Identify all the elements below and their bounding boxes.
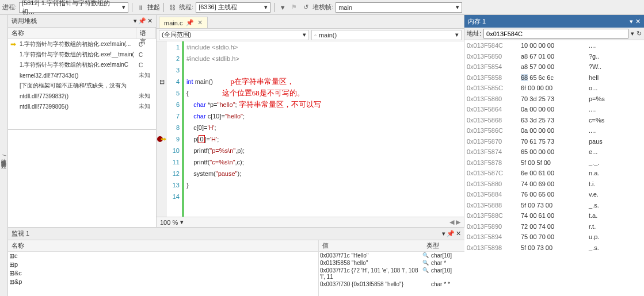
- col-lang[interactable]: 语言: [136, 28, 156, 39]
- watch-value-row[interactable]: 0x0037f71c {72 'H', 101 'e', 108 'l', 10…: [319, 267, 464, 280]
- gutter-mark[interactable]: [157, 156, 167, 168]
- memory-row[interactable]: 0x013F589072 00 74 00r.t.: [464, 221, 644, 232]
- code-line[interactable]: p[0]='H';: [186, 133, 464, 145]
- gutter-mark[interactable]: [157, 87, 167, 99]
- code-line[interactable]: printf("p=%s\n",p);: [186, 145, 464, 156]
- col-name[interactable]: 名称: [8, 28, 136, 39]
- gutter-mark[interactable]: [157, 145, 167, 156]
- watch-row[interactable]: ⊞c: [8, 252, 318, 260]
- suspend-label: 挂起: [147, 3, 160, 11]
- col-name[interactable]: 名称: [12, 241, 24, 250]
- dropdown-icon[interactable]: ▾: [134, 17, 137, 25]
- gutter-mark[interactable]: [157, 99, 167, 110]
- close-icon[interactable]: ✕: [635, 18, 641, 25]
- watch-row[interactable]: ⊞&c: [8, 269, 318, 278]
- watch-value-row[interactable]: 0x0037f730 {0x013f5858 "hello"}char * *: [319, 280, 464, 288]
- callstack-row[interactable]: 1.字符指针与字符数组的初始化.exe!__tmain(C: [8, 49, 156, 60]
- process-combo[interactable]: [5812] 1.字符指针与字符数组的初…▾: [19, 2, 128, 13]
- callstack-row[interactable]: 1.字符指针与字符数组的初始化.exe!mainCC: [8, 60, 156, 70]
- callstack-row[interactable]: [下面的框架可能不正确和/或缺失，没有为: [8, 80, 156, 91]
- gutter-mark[interactable]: ⊟: [157, 76, 167, 87]
- memory-row[interactable]: 0x013F588C74 00 61 00t.a.: [464, 210, 644, 221]
- code-line[interactable]: { 这个位置68是不可写的。: [186, 87, 464, 99]
- watch-row[interactable]: ⊞&p: [8, 278, 318, 286]
- memory-row[interactable]: 0x013F5854a8 57 00 00?W..: [464, 61, 644, 72]
- gutter-mark[interactable]: [157, 191, 167, 202]
- gutter-mark[interactable]: [157, 41, 167, 53]
- memory-row[interactable]: 0x013F585C6f 00 00 00o...: [464, 83, 644, 94]
- pin-icon[interactable]: 📌: [138, 17, 146, 25]
- pause-icon[interactable]: ⏸: [136, 3, 145, 12]
- memory-row[interactable]: 0x013F588074 00 69 00t.i.: [464, 179, 644, 190]
- pin-icon[interactable]: 📌: [447, 230, 455, 237]
- thread-combo[interactable]: [6336] 主线程▾: [196, 2, 270, 13]
- memory-row[interactable]: 0x013F586070 3d 25 73p=%s: [464, 94, 644, 105]
- code-line[interactable]: printf("c=%s\n",c);: [186, 156, 464, 168]
- scope-global-combo[interactable]: (全局范围)▾: [159, 30, 309, 40]
- close-icon[interactable]: ✕: [147, 17, 153, 25]
- dropdown-icon[interactable]: ▾: [442, 230, 445, 237]
- callstack-panel: 调用堆栈 ▾📌✕ 名称语言 ➡1.字符指针与字符数组的初始化.exe!main(…: [8, 15, 156, 130]
- filter-icon[interactable]: ▼: [278, 3, 287, 12]
- watch-value-row[interactable]: 0x0037f71c "Hello"🔍char[10]: [319, 252, 464, 259]
- memory-row[interactable]: 0x013F584C10 00 00 00....: [464, 40, 644, 51]
- code-line[interactable]: [186, 191, 464, 202]
- address-label: 地址:: [467, 29, 481, 38]
- callstack-row[interactable]: ntdll.dll!77399805()未知: [8, 101, 156, 112]
- memory-row[interactable]: 0x013F5850a8 67 01 00?g..: [464, 51, 644, 62]
- gutter-mark[interactable]: [157, 168, 167, 179]
- gutter-mark[interactable]: [157, 122, 167, 133]
- code-line[interactable]: system("pause");: [186, 168, 464, 179]
- close-icon[interactable]: ✕: [197, 19, 203, 26]
- code-line[interactable]: }: [186, 179, 464, 191]
- memory-row[interactable]: 0x013F58640a 00 00 00....: [464, 104, 644, 115]
- gutter-mark[interactable]: [157, 53, 167, 64]
- pin-icon[interactable]: 📌: [186, 19, 194, 26]
- stackframe-combo[interactable]: main▾: [336, 2, 462, 13]
- gutter-mark[interactable]: [157, 110, 167, 122]
- code-line[interactable]: c[0]='H';: [186, 122, 464, 133]
- code-line[interactable]: #include <stdlib.h>: [186, 53, 464, 64]
- address-input[interactable]: [483, 29, 628, 39]
- zoom-level[interactable]: 100 %: [160, 219, 178, 226]
- zoom-dropdown-icon[interactable]: ▾: [180, 218, 184, 226]
- flag-icon[interactable]: ⚑: [289, 3, 299, 12]
- callstack-row[interactable]: kernel32.dll!74f7343d()未知: [8, 70, 156, 80]
- code-line[interactable]: #include <stdio.h>: [186, 41, 464, 53]
- gutter-mark[interactable]: [157, 179, 167, 191]
- memory-row[interactable]: 0x013F586863 3d 25 73c=%s: [464, 115, 644, 126]
- memory-row[interactable]: 0x013F587C6e 00 61 00n.a.: [464, 168, 644, 179]
- dropdown-icon[interactable]: ▾: [631, 30, 634, 37]
- memory-row[interactable]: 0x013F585868 65 6c 6chell: [464, 72, 644, 83]
- memory-row[interactable]: 0x013F587070 61 75 73paus: [464, 136, 644, 147]
- stackframe-label: 堆栈帧:: [313, 3, 333, 11]
- watch-value-row[interactable]: 0x013f5858 "hello"🔍char *: [319, 259, 464, 267]
- tab-main-c[interactable]: main.c📌✕: [159, 17, 208, 28]
- gutter-mark[interactable]: [157, 64, 167, 76]
- memory-row[interactable]: 0x013F587465 00 00 00e...: [464, 147, 644, 157]
- code-editor[interactable]: ⊟➡ 1234567891011121314 #include <stdio.h…: [157, 41, 464, 217]
- close-icon[interactable]: ✕: [456, 230, 461, 237]
- callstack-row[interactable]: ntdll.dll!77399832()未知: [8, 91, 156, 101]
- gutter-mark[interactable]: ➡: [157, 133, 167, 145]
- col-type[interactable]: 类型: [426, 241, 461, 250]
- code-line[interactable]: [186, 64, 464, 76]
- loop-icon[interactable]: ↺: [301, 3, 310, 12]
- memory-row[interactable]: 0x013F58885f 00 73 00_.s.: [464, 200, 644, 211]
- refresh-icon[interactable]: ↻: [637, 30, 642, 37]
- memory-row[interactable]: 0x013F589475 00 70 00u.p.: [464, 232, 644, 243]
- scope-func-combo[interactable]: ◦main()▾: [311, 30, 462, 40]
- dropdown-icon[interactable]: ▾: [630, 18, 633, 25]
- memory-row[interactable]: 0x013F588476 00 65 00v.e.: [464, 189, 644, 200]
- code-line[interactable]: char c[10]="hello";: [186, 110, 464, 122]
- memory-row[interactable]: 0x013F58985f 00 73 00_.s.: [464, 243, 644, 253]
- memory-row[interactable]: 0x013F58785f 00 5f 00_._.: [464, 157, 644, 168]
- code-line[interactable]: int main() p在字符串常量区，: [186, 76, 464, 87]
- watch-row[interactable]: ⊞p: [8, 260, 318, 269]
- side-tool-strip[interactable]: 统计/非值属性 诊断 挂起: [0, 15, 8, 296]
- memory-row[interactable]: 0x013F586C0a 00 00 00....: [464, 125, 644, 136]
- col-value[interactable]: 值: [322, 241, 426, 250]
- callstack-row[interactable]: ➡1.字符指针与字符数组的初始化.exe!main(... C: [8, 39, 156, 49]
- code-line[interactable]: char *p="hello"; 字符串常量区，不可以写: [186, 99, 464, 110]
- watch-panel: 监视 1 ▾📌✕ 名称 ⊞c⊞p⊞&c⊞&p 值类型 0x0037f71c "H…: [8, 227, 464, 296]
